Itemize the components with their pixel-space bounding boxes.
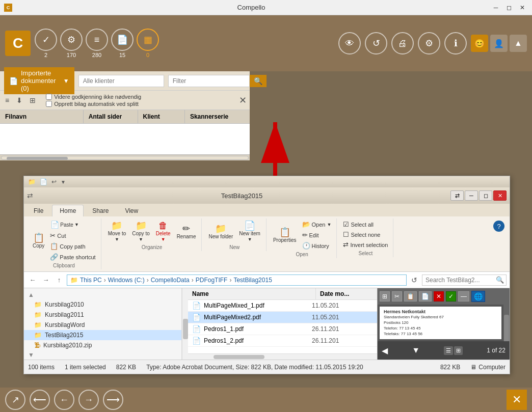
toolbar-list-icon[interactable]: ≡ <box>86 29 108 51</box>
explorer-search-input[interactable] <box>422 277 494 284</box>
bilag-checkbox[interactable] <box>46 101 52 107</box>
address-refresh-button[interactable]: ↺ <box>409 274 420 286</box>
horizontal-scrollbar[interactable] <box>0 154 250 160</box>
doc-title-box[interactable]: 📄 Importerte dokumenter (0) ▼ <box>4 67 74 94</box>
bottom-close-btn[interactable]: ✕ <box>507 390 527 410</box>
preview-expand-btn[interactable]: ⊞ <box>380 291 390 301</box>
file-row-4[interactable]: 📄 Pedros1_2.pdf 26.11.201 <box>188 335 377 347</box>
search-button[interactable]: 🔍 <box>250 75 267 87</box>
new-folder-button[interactable]: 📁 New folder <box>206 223 235 241</box>
preview-delete-btn[interactable]: ✕ <box>434 291 444 301</box>
sidebar-item-testbilag2015[interactable]: 📁 TestBilag2015 <box>24 330 181 340</box>
new-item-button[interactable]: 📄 New item ▼ <box>236 219 263 243</box>
select-none-button[interactable]: ☐ Select none <box>341 230 390 239</box>
nav-forward-button[interactable]: → <box>40 274 51 286</box>
sidebar-scroll-down[interactable]: ▼ <box>28 351 34 359</box>
tab-view[interactable]: View <box>117 205 146 216</box>
select-all-button[interactable]: ☑ Select all <box>341 219 390 229</box>
user-alert-icon[interactable]: ▲ <box>510 35 527 52</box>
preview-prev-btn[interactable]: ◀ <box>382 346 388 355</box>
restore-button[interactable]: ◻ <box>503 3 515 13</box>
toolbar-info-icon[interactable]: ℹ <box>444 32 467 54</box>
toolbar-view-icon[interactable]: 👁 <box>338 32 361 54</box>
sidebar-scrollbar[interactable] <box>182 288 188 360</box>
delete-button[interactable]: 🗑 Delete ▼ <box>153 219 173 243</box>
preview-globe-btn[interactable]: 🌐 <box>471 291 485 302</box>
bottom-last-btn[interactable]: ⟶ <box>103 390 123 410</box>
rename-button[interactable]: ✏ Rename <box>174 223 199 241</box>
sidebar-item-kursbilag2010zip[interactable]: 🗜 Kursbilag2010.zip <box>24 340 181 350</box>
sidebar-item-kursbilag2011[interactable]: 📁 Kursbilag2011 <box>24 310 181 320</box>
preview-copy-btn[interactable]: 📋 <box>404 291 417 301</box>
toolbar-refresh-icon[interactable]: ↺ <box>365 32 387 54</box>
toolbar-doc-icon[interactable]: 📄 <box>111 29 134 51</box>
path-compello[interactable]: CompelloData <box>151 277 190 284</box>
edit-button[interactable]: ✏ Edit <box>300 230 334 240</box>
bottom-export-btn[interactable]: ↗ <box>5 390 25 410</box>
history-button[interactable]: 🕐 History <box>300 241 334 251</box>
toolbar-print-icon[interactable]: 🖨 <box>391 32 414 54</box>
explorer-close-btn[interactable]: ✕ <box>493 190 507 201</box>
sidebar-item-kursbilagword[interactable]: 📁 KursbilagWord <box>24 320 181 330</box>
user-smiley-icon[interactable]: 😊 <box>471 35 488 52</box>
preview-grid-view-btn[interactable]: ⊞ <box>454 346 463 355</box>
explorer-maximize-btn[interactable]: ◻ <box>479 190 492 201</box>
user-profile-icon[interactable]: 👤 <box>490 35 508 52</box>
nav-back-button[interactable]: ← <box>27 274 38 286</box>
tab-home[interactable]: Home <box>52 205 84 216</box>
path-windows[interactable]: Windows (C:) <box>108 277 145 284</box>
sub-close-btn[interactable]: ✕ <box>239 95 247 106</box>
preview-scrollbar[interactable] <box>503 305 510 341</box>
preview-paste-btn[interactable]: 📄 <box>419 291 432 301</box>
tab-share[interactable]: Share <box>85 205 116 216</box>
bottom-prev-btn[interactable]: ← <box>54 390 74 410</box>
sub-download-btn[interactable]: ⬇ <box>14 95 24 105</box>
preview-cut-btn[interactable]: ✂ <box>392 291 402 301</box>
paste-shortcut-button[interactable]: 🔗 Paste shortcut <box>48 252 97 262</box>
file-row-2[interactable]: 📄 MultiPageMixed2.pdf 11.05.201 <box>188 312 377 323</box>
paste-button[interactable]: 📄 Paste ▼ <box>48 219 97 230</box>
cut-button[interactable]: ✂ Cut <box>48 231 97 240</box>
preview-confirm-btn[interactable]: ✓ <box>446 291 456 301</box>
toolbar-grid-icon[interactable]: ▦ <box>137 29 159 51</box>
file-row-1[interactable]: 📄 MultiPageMixed_1.pdf 11.05.201 <box>188 300 377 312</box>
minimize-button[interactable]: ─ <box>490 3 501 13</box>
sub-split-btn[interactable]: ⊞ <box>28 95 38 105</box>
file-list-hscroll[interactable] <box>188 353 377 360</box>
open-button[interactable]: 📂 Open ▼ <box>300 219 334 229</box>
properties-button[interactable]: 📋 Properties <box>271 226 299 244</box>
copy-to-button[interactable]: 📁 Copy to ▼ <box>129 219 152 243</box>
explorer-minimize-btn[interactable]: ─ <box>465 190 478 201</box>
explorer-arrows2-btn[interactable]: ⇄ <box>450 190 464 201</box>
sidebar-item-kursbilag2010[interactable]: 📁 Kursbilag2010 <box>24 299 181 310</box>
invert-selection-button[interactable]: ⇄ Invert selection <box>341 240 390 250</box>
explorer-arrows-icon[interactable]: ⇄ <box>27 191 33 200</box>
path-pdfog[interactable]: PDFogTIFF <box>196 277 228 284</box>
toolbar-settings-icon[interactable]: ⚙ <box>60 29 83 51</box>
search-input[interactable] <box>168 75 250 87</box>
sidebar-scroll-up[interactable]: ▲ <box>28 291 34 298</box>
path-testbilag[interactable]: TestBilag2015 <box>233 277 272 284</box>
preview-next-btn[interactable]: ▼ <box>412 346 420 355</box>
qa-undo-icon[interactable]: ↩ <box>50 178 58 186</box>
tab-file[interactable]: File <box>26 205 51 216</box>
nav-up-button[interactable]: ↑ <box>54 274 65 286</box>
path-this-pc[interactable]: This PC <box>80 277 102 284</box>
qa-new-icon[interactable]: 📄 <box>39 178 48 186</box>
godkjenning-checkbox[interactable] <box>46 94 52 100</box>
toolbar-config-icon[interactable]: ⚙ <box>418 32 440 54</box>
sub-filter-btn[interactable]: ≡ <box>3 95 11 105</box>
help-button[interactable]: ? <box>493 221 504 232</box>
doc-dropdown-btn[interactable]: ▼ <box>63 77 69 85</box>
toolbar-check-icon[interactable]: ✓ <box>35 29 57 51</box>
preview-list-view-btn[interactable]: ☰ <box>444 346 453 355</box>
client-filter-input[interactable] <box>78 75 164 87</box>
qa-dropdown[interactable]: ▼ <box>61 179 66 185</box>
close-button[interactable]: ✕ <box>517 3 528 13</box>
preview-minus-btn[interactable]: — <box>458 291 469 301</box>
bottom-first-btn[interactable]: ⟵ <box>30 390 50 410</box>
bottom-next-btn[interactable]: → <box>78 390 99 410</box>
move-to-button[interactable]: 📁 Move to ▼ <box>105 219 129 243</box>
copy-path-button[interactable]: 📋 Copy path <box>48 241 97 251</box>
copy-button[interactable]: 📋 Copy <box>30 232 47 250</box>
